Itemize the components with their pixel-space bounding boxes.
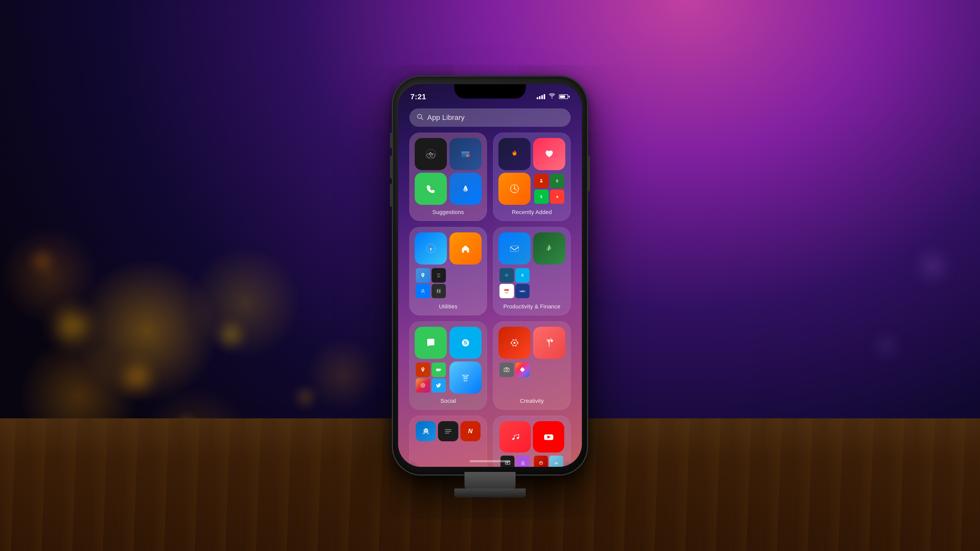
app-twitter-mini[interactable] (431, 378, 446, 393)
svg-rect-75 (504, 368, 509, 372)
svg-text:★: ★ (555, 195, 558, 199)
svg-point-37 (437, 276, 438, 276)
app-clock[interactable] (498, 173, 531, 205)
svg-point-38 (438, 276, 439, 276)
app-tweetbot[interactable] (449, 362, 482, 394)
svg-point-76 (506, 369, 508, 371)
app-health[interactable] (533, 138, 565, 170)
app-chase-mini[interactable] (500, 268, 514, 283)
app-calculator-mini[interactable] (431, 268, 446, 283)
productivity-mini-grid: S 16 (498, 267, 531, 299)
signal-bar-2 (539, 96, 541, 99)
app-pockity[interactable] (416, 421, 436, 441)
svg-line-1 (421, 118, 423, 120)
folder-apps-creativity (498, 327, 565, 394)
app-wallet[interactable] (449, 138, 482, 170)
app-paprika-mini[interactable] (534, 174, 549, 188)
svg-point-104 (541, 462, 542, 463)
app-darkroom[interactable] (533, 327, 565, 359)
app-findmy-mini[interactable] (416, 284, 430, 299)
svg-point-41 (438, 277, 439, 278)
svg-point-45 (437, 289, 438, 290)
svg-text:S: S (464, 340, 467, 345)
app-messages[interactable] (415, 327, 447, 359)
folder-productivity-finance[interactable]: S 16 (493, 227, 571, 315)
app-photos-mini[interactable] (515, 362, 530, 377)
folder-suggestions[interactable]: A Suggestions (409, 133, 487, 221)
folder-creativity[interactable]: Creativity (493, 321, 571, 410)
app-instagram-mini[interactable] (416, 378, 430, 393)
folder-information[interactable] (493, 416, 571, 467)
search-placeholder: App Library (427, 114, 465, 122)
home-indicator[interactable] (469, 460, 511, 462)
app-appstore[interactable]: A (449, 173, 482, 205)
app-dice-mini[interactable] (431, 284, 446, 299)
app-texts[interactable] (438, 421, 458, 441)
svg-point-49 (437, 292, 438, 292)
app-news[interactable]: N (460, 421, 480, 441)
phone-stand (465, 472, 515, 490)
app-library-grid: A Suggestions (404, 133, 576, 451)
app-phone[interactable] (415, 173, 447, 205)
app-camera-mini[interactable] (500, 362, 514, 377)
signal-bar-4 (544, 94, 545, 99)
app-shazam-mini[interactable]: S (550, 174, 565, 188)
app-location-mini[interactable] (416, 362, 430, 377)
phone-body: 7:21 (393, 76, 587, 475)
app-calendar-mini[interactable]: 16 (500, 284, 514, 299)
svg-point-34 (430, 248, 431, 249)
app-youtube[interactable] (533, 421, 564, 453)
svg-point-103 (540, 462, 541, 463)
svg-rect-10 (461, 153, 469, 155)
app-maps-mini[interactable] (416, 268, 430, 283)
svg-point-87 (424, 428, 428, 433)
folder-recently-added[interactable]: S $ ★ (493, 133, 571, 221)
app-amex-mini[interactable]: AMEX (515, 284, 530, 299)
app-home[interactable] (449, 232, 482, 265)
app-extra2-mini[interactable] (549, 456, 563, 467)
svg-point-88 (425, 430, 425, 430)
svg-point-74 (550, 340, 553, 342)
svg-text:AMEX: AMEX (520, 290, 525, 292)
svg-text:S: S (521, 273, 523, 277)
creativity-mini-grid (498, 362, 531, 394)
app-robinhood[interactable] (533, 232, 565, 265)
svg-rect-59 (504, 290, 509, 291)
app-extra-mini[interactable]: ★ (550, 189, 565, 204)
folder-social[interactable]: S (409, 321, 487, 410)
folder-label-productivity: Productivity & Finance (498, 303, 565, 310)
app-skype-mini[interactable]: S (515, 268, 530, 283)
app-safari[interactable] (415, 232, 447, 265)
app-cash-mini[interactable]: $ (534, 189, 549, 204)
app-extra1-mini[interactable] (534, 456, 548, 467)
svg-point-12 (468, 154, 470, 157)
folder-apps-recently: S $ ★ (498, 138, 565, 205)
svg-point-73 (514, 342, 515, 344)
app-music[interactable] (500, 421, 531, 453)
app-library-search[interactable]: App Library (409, 108, 571, 127)
app-infuse[interactable] (498, 327, 531, 359)
app-skype[interactable]: S (449, 327, 482, 359)
search-icon (417, 113, 424, 122)
app-mail[interactable] (498, 232, 531, 265)
app-word-game[interactable] (498, 138, 531, 170)
utilities-mini-grid (415, 267, 447, 299)
app-podcasts-mini[interactable] (516, 456, 530, 467)
app-facetime-mini[interactable] (431, 362, 446, 377)
svg-rect-44 (437, 289, 441, 293)
battery-icon (559, 94, 570, 99)
app-altimeter[interactable] (415, 138, 447, 170)
svg-point-42 (439, 277, 440, 278)
svg-point-68 (463, 374, 469, 380)
battery-body (559, 94, 568, 99)
phone-notch (454, 84, 526, 98)
signal-bar-3 (541, 95, 543, 99)
battery-tip (569, 96, 570, 98)
folder-utilities[interactable]: Utilities (409, 227, 487, 315)
svg-point-106 (541, 461, 541, 462)
mini-recently-grid: S $ ★ (533, 173, 565, 205)
folder-entertainment[interactable]: N (409, 416, 487, 467)
folder-apps-social: S (415, 327, 482, 394)
phone-screen: 7:21 (398, 84, 582, 467)
folder-apps-productivity: S 16 (498, 232, 565, 299)
